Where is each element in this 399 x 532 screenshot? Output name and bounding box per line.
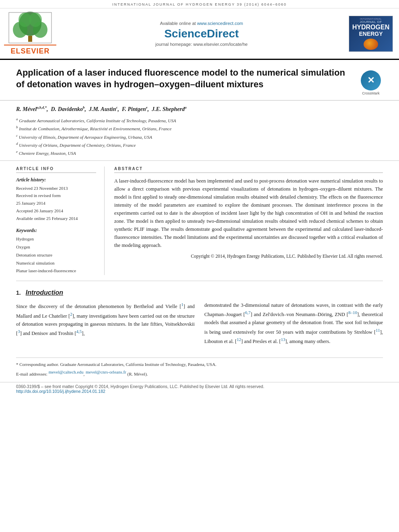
left-col: ARTICLE INFO Article history: Received 2… <box>16 166 105 275</box>
affiliation-b: b Institut de Combustion, Aérothermique,… <box>16 124 383 132</box>
abstract-text: A laser-induced-fluorescence model has b… <box>114 177 383 249</box>
crossmark-label: CrossMark <box>362 91 380 95</box>
received-date: Received 23 November 2013 <box>16 185 96 192</box>
abstract-copyright: Copyright © 2014, Hydrogen Energy Public… <box>114 253 383 260</box>
crossmark-circle: ✕ <box>361 70 381 90</box>
ref-6-7[interactable]: 6,7 <box>245 310 251 315</box>
keywords-header: Keywords: <box>16 228 96 234</box>
section-number: 1. <box>16 290 21 296</box>
svg-rect-0 <box>28 36 32 42</box>
received-revised-label: Received in revised form <box>16 192 96 199</box>
keyword-plif: Planar laser-induced-fluorescence <box>16 267 96 275</box>
available-online-date: Available online 25 February 2014 <box>16 215 96 222</box>
hydrogen-word: HYDROGEN <box>352 24 389 31</box>
journal-homepage: journal homepage: www.elsevier.com/locat… <box>155 42 247 47</box>
ref-13[interactable]: 13 <box>281 337 285 342</box>
keywords-block: Keywords: Hydrogen Oxygen Detonation str… <box>16 228 96 275</box>
revised-date: 25 January 2014 <box>16 199 96 207</box>
crossmark-x-icon: ✕ <box>367 75 374 86</box>
intro-left-col: Since the discovery of the detonation ph… <box>16 301 195 345</box>
article-title-text: Application of a laser induced fluoresce… <box>16 67 352 90</box>
intro-right-text: demonstrated the 3-dimensional nature of… <box>204 302 383 344</box>
keyword-detonation: Detonation structure <box>16 251 96 259</box>
intro-left-text: Since the discovery of the detonation ph… <box>16 304 195 336</box>
ref-12[interactable]: 12 <box>237 337 241 342</box>
authors-line: R. Mévela,b,d,*, D. Davidenkob, J.M. Aus… <box>16 105 383 114</box>
sciencedirect-logo-text: ScienceDirect <box>164 27 239 40</box>
ref-1[interactable]: 1 <box>181 302 184 307</box>
journal-header: ELSEVIER Available online at www.science… <box>0 8 399 60</box>
footnote-corresponding: * Corresponding author. Graduate Aeronau… <box>16 361 383 368</box>
section-number-title: 1. Introduction <box>16 289 383 296</box>
article-history-block: Article history: Received 23 November 20… <box>16 177 96 222</box>
doi-link[interactable]: http://dx.doi.org/10.1016/j.ijhydene.201… <box>16 389 105 394</box>
affiliation-e: e Cheniere Energy, Houston, USA <box>16 149 383 157</box>
affiliation-d: d University of Orléans, Department of C… <box>16 141 383 149</box>
elsevier-rule <box>4 45 56 45</box>
svg-point-5 <box>29 12 42 27</box>
header-center: Available online at www.sciencedirect.co… <box>60 12 343 55</box>
hydrogen-logo-box: International Journal of HYDROGEN ENERGY <box>349 16 393 52</box>
crossmark-badge: ✕ CrossMark <box>359 67 383 95</box>
footnote-email: E-mail addresses: mevel@caltech.edu, mev… <box>16 369 383 378</box>
two-col-section: ARTICLE INFO Article history: Received 2… <box>0 160 399 281</box>
article-main-title: Application of a laser induced fluoresce… <box>16 67 352 90</box>
abstract-label: ABSTRACT <box>114 166 383 173</box>
affiliation-c: c University of Illinois, Department of … <box>16 133 383 141</box>
keyword-numerical: Numerical simulation <box>16 259 96 267</box>
ref-4-5[interactable]: 4,5 <box>76 329 82 334</box>
article-title-section: Application of a laser induced fluoresce… <box>0 60 399 101</box>
intro-right-col: demonstrated the 3-dimensional nature of… <box>204 301 383 345</box>
bottom-doi: http://dx.doi.org/10.1016/j.ijhydene.201… <box>16 389 383 394</box>
elsevier-logo: ELSEVIER <box>4 12 56 55</box>
affiliation-a: a Graduate Aeronautical Laboratories, Ca… <box>16 116 383 124</box>
keyword-hydrogen: Hydrogen <box>16 235 96 243</box>
bottom-issn: 0360-3199/$ – see front matter Copyright… <box>16 384 383 389</box>
elsevier-tree-icon <box>8 12 52 44</box>
available-text: Available online at www.sciencedirect.co… <box>160 21 243 26</box>
introduction-section: 1. Introduction Since the discovery of t… <box>0 281 399 353</box>
authors-section: R. Mévela,b,d,*, D. Davidenkob, J.M. Aus… <box>0 101 399 160</box>
energy-word: ENERGY <box>359 31 383 37</box>
keyword-oxygen: Oxygen <box>16 243 96 251</box>
ref-11[interactable]: 11 <box>376 327 380 332</box>
ref-8-10[interactable]: 8–10 <box>348 310 357 315</box>
hydrogen-energy-logo: International Journal of HYDROGEN ENERGY <box>347 12 395 55</box>
footnote-area: * Corresponding author. Graduate Aeronau… <box>16 357 383 378</box>
affiliations: a Graduate Aeronautical Laboratories, Ca… <box>16 116 383 157</box>
article-info-label: ARTICLE INFO <box>16 166 96 173</box>
ref-2[interactable]: 2 <box>70 311 72 316</box>
article-history-header: Article history: <box>16 177 96 183</box>
intro-two-col: Since the discovery of the detonation ph… <box>16 301 383 345</box>
email-label: E-mail addresses: <box>16 372 49 376</box>
bottom-bar: 0360-3199/$ – see front matter Copyright… <box>0 382 399 395</box>
right-col: ABSTRACT A laser-induced-fluorescence mo… <box>105 166 383 275</box>
sciencedirect-url-link[interactable]: www.sciencedirect.com <box>197 21 243 26</box>
accepted-date: Accepted 26 January 2014 <box>16 207 96 215</box>
email-link-1[interactable]: mevel@caltech.edu <box>49 370 84 374</box>
section-title: Introduction <box>26 289 63 296</box>
journal-citation: INTERNATIONAL JOURNAL OF HYDROGEN ENERGY… <box>112 2 287 6</box>
energy-circle-graphic <box>364 39 378 49</box>
ref-3[interactable]: 3 <box>18 329 20 334</box>
elsevier-brand-text: ELSEVIER <box>10 47 49 55</box>
journal-word: Journal of <box>360 20 382 24</box>
journal-top-bar: INTERNATIONAL JOURNAL OF HYDROGEN ENERGY… <box>0 0 399 8</box>
email-link-2[interactable]: mevel@cnrs-orleans.fr <box>86 370 126 374</box>
